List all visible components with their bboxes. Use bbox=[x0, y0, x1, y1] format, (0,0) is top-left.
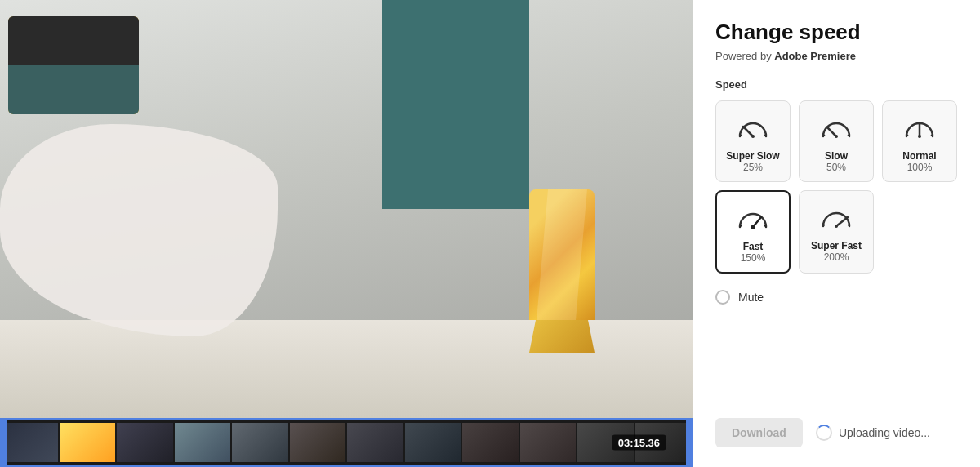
slow-icon bbox=[817, 113, 856, 144]
shelf-element bbox=[8, 16, 139, 114]
timeline-thumb-7 bbox=[347, 423, 403, 462]
speed-grid-row2: Fast 150% Super Fast 200% bbox=[715, 190, 957, 274]
speed-card-super-fast[interactable]: Super Fast 200% bbox=[799, 190, 874, 274]
super-slow-icon bbox=[733, 113, 773, 144]
timeline-thumb-1 bbox=[2, 423, 58, 462]
fast-icon bbox=[733, 203, 773, 234]
uploading-label: Uploading video... bbox=[839, 426, 930, 439]
timeline[interactable]: 03:15.36 bbox=[0, 418, 693, 467]
timeline-thumb-6 bbox=[290, 423, 346, 462]
speed-section-label: Speed bbox=[715, 78, 957, 91]
timeline-thumb-9 bbox=[462, 423, 519, 462]
panel-subtitle: Powered by Adobe Premiere bbox=[715, 50, 957, 62]
timeline-thumb-3 bbox=[117, 423, 173, 462]
super-fast-pct: 200% bbox=[824, 251, 849, 263]
timeline-thumbnails bbox=[2, 423, 691, 462]
timeline-thumb-2 bbox=[60, 423, 116, 462]
uploading-status: Uploading video... bbox=[816, 425, 930, 441]
bottom-bar: Download Uploading video... bbox=[715, 418, 957, 447]
normal-name: Normal bbox=[902, 150, 936, 162]
super-fast-name: Super Fast bbox=[811, 240, 862, 251]
speed-card-super-slow[interactable]: Super Slow 25% bbox=[715, 100, 791, 182]
timeline-timestamp: 03:15.36 bbox=[612, 435, 666, 451]
speed-grid-row1: Super Slow 25% Slow 50% bbox=[715, 100, 957, 182]
super-slow-pct: 25% bbox=[743, 162, 763, 173]
upload-spinner bbox=[816, 425, 832, 441]
video-frame bbox=[0, 0, 693, 418]
video-preview bbox=[0, 0, 693, 418]
svg-point-17 bbox=[835, 225, 838, 228]
mute-row[interactable]: Mute bbox=[715, 290, 957, 305]
timeline-thumb-10 bbox=[520, 423, 577, 462]
speed-card-fast[interactable]: Fast 150% bbox=[715, 190, 791, 274]
svg-line-16 bbox=[836, 217, 848, 226]
video-panel: 03:15.36 bbox=[0, 0, 693, 467]
can-object bbox=[529, 189, 595, 353]
svg-line-4 bbox=[828, 128, 836, 136]
normal-icon bbox=[900, 113, 939, 144]
speed-card-normal[interactable]: Normal 100% bbox=[882, 100, 957, 182]
svg-point-9 bbox=[918, 135, 921, 138]
can-bottom bbox=[529, 320, 595, 353]
speed-card-slow[interactable]: Slow 50% bbox=[799, 100, 874, 182]
slow-pct: 50% bbox=[826, 162, 846, 173]
teal-wall bbox=[382, 0, 529, 209]
fast-name: Fast bbox=[743, 241, 764, 252]
svg-point-1 bbox=[751, 135, 755, 138]
timeline-thumb-5 bbox=[232, 423, 288, 462]
settings-panel: Change speed Powered by Adobe Premiere S… bbox=[693, 0, 980, 467]
super-fast-icon bbox=[817, 202, 856, 234]
svg-line-0 bbox=[743, 127, 753, 136]
timeline-thumb-8 bbox=[405, 423, 461, 462]
brand-name: Adobe Premiere bbox=[774, 50, 856, 62]
timeline-right-handle[interactable] bbox=[686, 420, 691, 465]
panel-title: Change speed bbox=[715, 20, 957, 45]
slow-name: Slow bbox=[825, 150, 848, 162]
svg-point-5 bbox=[835, 135, 838, 138]
timeline-thumb-4 bbox=[175, 423, 231, 462]
mute-radio[interactable] bbox=[715, 290, 730, 305]
normal-pct: 100% bbox=[907, 162, 933, 173]
fast-pct: 150% bbox=[741, 252, 766, 264]
svg-point-13 bbox=[751, 225, 755, 229]
download-button[interactable]: Download bbox=[715, 418, 803, 447]
timeline-left-handle[interactable] bbox=[2, 420, 7, 465]
super-slow-name: Super Slow bbox=[726, 150, 779, 162]
mute-label: Mute bbox=[738, 291, 764, 304]
can-body bbox=[529, 189, 595, 320]
